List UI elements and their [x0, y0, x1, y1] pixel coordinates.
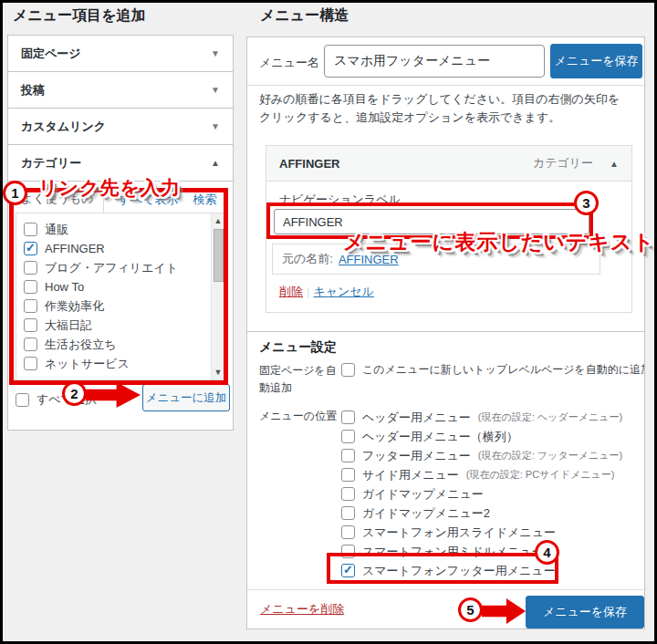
location-checkbox[interactable] [341, 410, 355, 424]
auto-add-checkbox[interactable] [341, 363, 355, 377]
location-label: ヘッダー用メニュー [362, 410, 471, 426]
menu-name-row: メニュー名 メニューを保存 [247, 37, 644, 86]
location-label: ヘッダー用メニュー（横列） [362, 429, 518, 445]
menu-name-label: メニュー名 [259, 55, 319, 71]
location-label: スマートフォン用スライドメニュー [362, 525, 556, 541]
menu-name-input[interactable] [324, 45, 545, 78]
auto-add-label: 固定ページを自動追加 [259, 362, 341, 397]
remove-item-link[interactable]: 削除 [279, 285, 303, 298]
save-menu-button-bottom[interactable]: メニューを保存 [526, 596, 644, 628]
location-label: ガイドマップメニュー2 [362, 505, 490, 522]
location-item[interactable]: ヘッダー用メニュー（横列） [341, 427, 622, 446]
location-item[interactable]: ヘッダー用メニュー (現在の設定: ヘッダーメニュー) [341, 408, 622, 427]
location-label: ガイドマップメニュー [362, 486, 484, 503]
location-checkbox[interactable] [341, 487, 355, 501]
menu-item-header[interactable]: AFFINGER カテゴリー ▲ [266, 145, 632, 182]
separator: | [307, 285, 309, 298]
chevron-up-icon[interactable]: ▲ [211, 158, 220, 168]
auto-add-description: このメニューに新しいトップレベルページを自動的に追加 [362, 362, 645, 378]
location-checkbox[interactable] [341, 449, 355, 462]
divider [247, 331, 644, 332]
location-checkbox[interactable] [341, 430, 355, 443]
annotation-box-1 [9, 188, 228, 385]
chevron-up-icon[interactable]: ▲ [610, 159, 619, 169]
menu-edit-card: メニュー名 メニューを保存 好みの順番に各項目をドラッグしてください。項目の右側… [246, 36, 645, 629]
accordion-pages[interactable]: 固定ページ ▼ [8, 36, 233, 72]
menu-item-actions: 削除|キャンセル [279, 284, 374, 300]
location-item[interactable]: ガイドマップメニュー [341, 484, 622, 504]
annotation-number-5: 5 [458, 597, 483, 622]
cancel-item-link[interactable]: キャンセル [313, 285, 374, 298]
delete-menu-link[interactable]: メニューを削除 [260, 601, 344, 618]
location-item[interactable]: ガイドマップメニュー2 [341, 504, 622, 523]
accordion-custom-links-label: カスタムリンク [21, 119, 106, 135]
auto-add-row: 固定ページを自動追加 このメニューに新しいトップレベルページを自動的に追加 [259, 362, 645, 397]
location-item[interactable]: サイド用メニュー (現在の設定: PCサイドメニュー) [341, 465, 622, 484]
annotation-text-3: メニューに表示したいテキスト [343, 228, 655, 256]
select-all-checkbox[interactable] [16, 393, 29, 407]
locations-label: メニューの位置 [259, 408, 341, 425]
annotation-number-3: 3 [574, 191, 599, 215]
chevron-down-icon[interactable]: ▼ [211, 121, 220, 131]
location-item[interactable]: スマートフォン用スライドメニュー [341, 523, 622, 542]
location-note: (現在の設定: フッターメニュー) [478, 449, 622, 462]
chevron-down-icon[interactable]: ▼ [211, 85, 220, 95]
menu-structure-title: メニュー構造 [260, 6, 349, 26]
chevron-down-icon[interactable]: ▼ [211, 48, 220, 58]
accordion-pages-label: 固定ページ [21, 46, 81, 62]
annotation-number-2: 2 [62, 381, 87, 406]
location-item[interactable]: フッター用メニュー (現在の設定: フッターメニュー) [341, 446, 622, 465]
location-label: フッター用メニュー [362, 448, 471, 464]
accordion-posts[interactable]: 投稿 ▼ [8, 72, 233, 109]
save-menu-button-top[interactable]: メニューを保存 [550, 44, 642, 78]
accordion-posts-label: 投稿 [21, 82, 45, 99]
location-checkbox[interactable] [341, 506, 355, 520]
location-label: サイド用メニュー [362, 467, 459, 483]
menu-item-type: カテゴリー [533, 155, 593, 171]
location-note: (現在の設定: PCサイドメニュー) [466, 468, 615, 482]
accordion-custom-links[interactable]: カスタムリンク ▼ [8, 109, 233, 145]
add-menu-items-title: メニュー項目を追加 [13, 6, 146, 26]
annotation-number-4: 4 [535, 540, 559, 565]
location-note: (現在の設定: ヘッダーメニュー) [478, 410, 622, 424]
location-checkbox[interactable] [341, 468, 355, 482]
add-to-menu-button[interactable]: メニューに追加 [142, 384, 230, 411]
original-name-label: 元の名前: [282, 251, 333, 267]
annotation-text-1: リンク先を入力 [38, 175, 181, 201]
location-checkbox[interactable] [341, 525, 355, 539]
drag-instructions: 好みの順番に各項目をドラッグしてください。項目の右側の矢印をクリックすると、追加… [259, 90, 631, 127]
menu-settings-title: メニュー設定 [259, 339, 337, 356]
annotation-number-1: 1 [3, 181, 27, 205]
wordpress-menu-editor: メニュー項目を追加 固定ページ ▼ 投稿 ▼ カスタムリンク ▼ カテゴリー ▲… [0, 0, 657, 644]
accordion-categories-label: カテゴリー [21, 155, 81, 171]
menu-item-title: AFFINGER [279, 157, 339, 171]
annotation-box-4 [327, 553, 558, 584]
